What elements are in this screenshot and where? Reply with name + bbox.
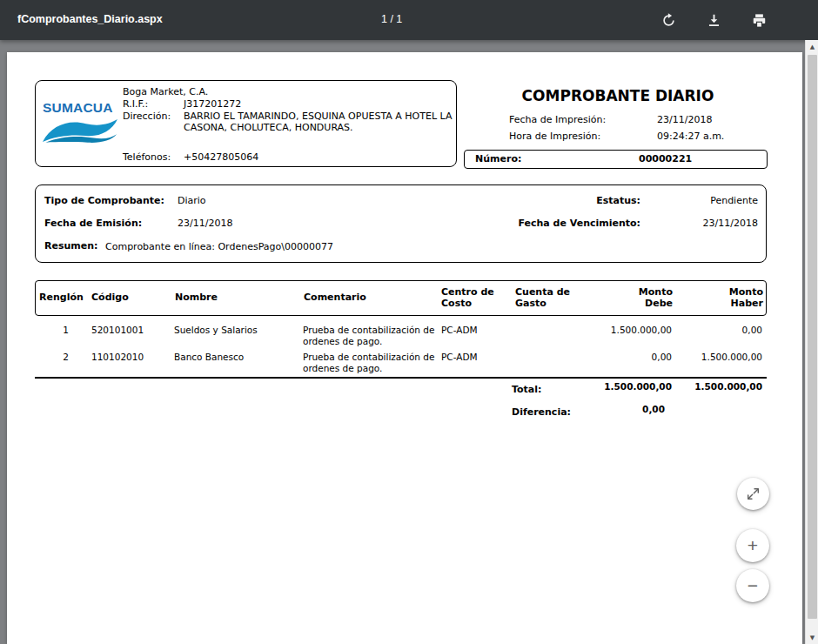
- resumen-label: Resumen:: [44, 240, 97, 252]
- fecha-impresion-value: 23/11/2018: [657, 114, 712, 125]
- viewer-canvas[interactable]: SUMACUA Boga Market, C.A. R.I.F.: J31720…: [0, 40, 818, 644]
- cell-renglon: 2: [34, 352, 69, 363]
- col-header-comentario: Comentario: [304, 281, 417, 315]
- vertical-scrollbar[interactable]: ▲ ▼: [805, 40, 818, 644]
- scroll-up-arrow-icon[interactable]: ▲: [806, 40, 818, 53]
- scroll-down-arrow-icon[interactable]: ▼: [806, 631, 818, 644]
- voucher-info-box: Tipo de Comprobante: Diario Estatus: Pen…: [35, 184, 767, 263]
- zoom-out-button[interactable]: −: [736, 569, 769, 602]
- table-header-row: Renglón Código Nombre Comentario Centro …: [35, 280, 767, 316]
- company-name: Boga Market, C.A.: [123, 86, 208, 97]
- zoom-in-button[interactable]: +: [736, 529, 769, 562]
- fecha-vencimiento-label: Fecha de Vencimiento:: [518, 218, 640, 229]
- zoom-out-icon: −: [748, 575, 758, 596]
- scrollbar-thumb[interactable]: [808, 55, 817, 619]
- company-header-box: SUMACUA Boga Market, C.A. R.I.F.: J31720…: [35, 80, 457, 167]
- fecha-emision-label: Fecha de Emisión:: [44, 218, 142, 229]
- numero-box: Número: 00000221: [464, 150, 768, 169]
- fecha-emision-value: 23/11/2018: [178, 218, 232, 229]
- fit-to-page-button[interactable]: [737, 478, 769, 510]
- report-title: COMPROBANTE DIARIO: [466, 87, 770, 104]
- company-logo: SUMACUA: [43, 100, 121, 144]
- cell-codigo: 520101001: [91, 325, 144, 336]
- fecha-vencimiento-value: 23/11/2018: [703, 218, 758, 229]
- col-header-nombre: Nombre: [175, 281, 279, 315]
- tipo-comprobante-label: Tipo de Comprobante:: [44, 195, 164, 206]
- telefonos-value: +50427805064: [184, 151, 258, 163]
- rif-label: R.I.F.:: [123, 98, 148, 110]
- cell-comentario: Prueba de contabilización de ordenes de …: [303, 325, 449, 346]
- rotate-button[interactable]: [651, 3, 686, 37]
- numero-value: 00000221: [639, 153, 692, 164]
- totals-divider: [35, 377, 767, 379]
- estatus-value: Pendiente: [710, 195, 758, 206]
- cell-codigo: 110102010: [91, 352, 144, 363]
- telefonos-label: Teléfonos:: [123, 151, 171, 163]
- rif-value: J317201272: [184, 98, 241, 110]
- cell-centro-costo: PC-ADM: [441, 325, 478, 336]
- total-haber-value: 1.500.000,00: [672, 381, 762, 392]
- toolbar-actions: [651, 3, 776, 37]
- cell-monto-haber: 0,00: [672, 325, 762, 336]
- rotate-clockwise-icon: [660, 12, 677, 29]
- download-button[interactable]: [696, 3, 731, 37]
- download-icon: [706, 12, 722, 29]
- cell-renglon: 1: [34, 325, 69, 336]
- diferencia-value: 0,00: [574, 404, 665, 415]
- col-header-monto-debe: Monto Debe: [619, 281, 673, 315]
- page-indicator: 1 / 1: [381, 13, 402, 25]
- resumen-value: Comprobante en línea: OrdenesPago\000000…: [105, 241, 333, 252]
- cell-nombre: Sueldos y Salarios: [174, 325, 258, 336]
- col-header-centro-costo: Centro de Costo: [441, 281, 497, 315]
- hora-impresion-value: 09:24:27 a.m.: [657, 131, 724, 142]
- cell-nombre: Banco Banesco: [174, 352, 244, 363]
- cell-monto-debe: 1.500.000,00: [581, 325, 672, 336]
- document-filename: fComprobantes_Diario.aspx: [17, 13, 163, 25]
- direccion-label: Dirección:: [123, 111, 171, 122]
- diferencia-label: Diferencia:: [512, 406, 571, 418]
- pdf-toolbar: fComprobantes_Diario.aspx 1 / 1: [0, 0, 818, 40]
- col-header-codigo: Código: [91, 281, 161, 315]
- total-debe-value: 1.500.000,00: [581, 381, 672, 392]
- fit-to-page-icon: [746, 486, 761, 501]
- estatus-label: Estatus:: [596, 195, 640, 206]
- col-header-renglon: Renglón: [39, 281, 88, 315]
- total-label: Total:: [512, 384, 541, 395]
- col-header-cuenta-gasto: Cuenta de Gasto: [515, 281, 573, 315]
- zoom-in-icon: +: [748, 535, 758, 556]
- fecha-impresion-label: Fecha de Impresión:: [509, 114, 606, 125]
- logo-text: SUMACUA: [43, 100, 121, 116]
- cell-centro-costo: PC-ADM: [441, 352, 478, 363]
- print-button[interactable]: [741, 3, 776, 37]
- logo-wave-icon: [43, 117, 117, 144]
- cell-monto-haber: 1.500.000,00: [672, 352, 762, 363]
- tipo-comprobante-value: Diario: [178, 195, 206, 206]
- print-icon: [751, 12, 768, 29]
- document-page: SUMACUA Boga Market, C.A. R.I.F.: J31720…: [7, 52, 802, 644]
- numero-label: Número:: [475, 153, 521, 164]
- direccion-value: BARRIO EL TAMARINDO, ESQUINA OPUESTA A H…: [184, 111, 455, 133]
- hora-impresion-label: Hora de Impresión:: [509, 131, 600, 142]
- col-header-monto-haber: Monto Haber: [709, 281, 763, 315]
- cell-comentario: Prueba de contabilización de ordenes de …: [303, 352, 449, 373]
- cell-monto-debe: 0,00: [581, 352, 672, 363]
